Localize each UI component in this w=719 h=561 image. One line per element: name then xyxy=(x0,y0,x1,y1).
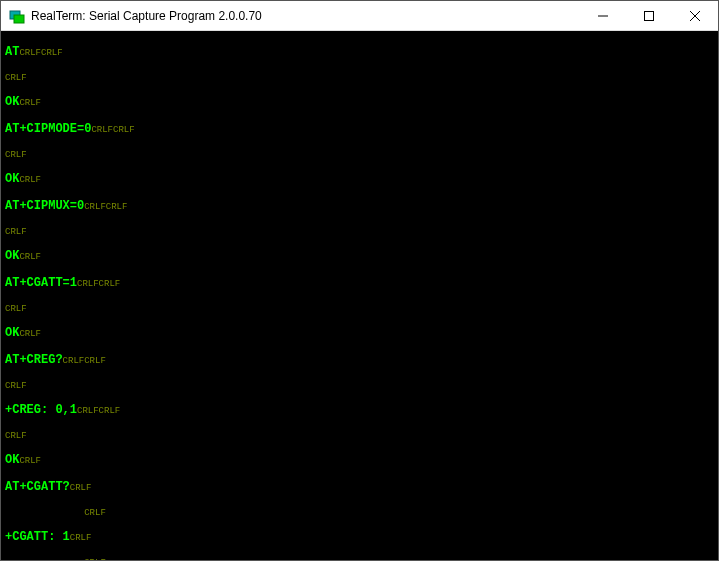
ok-resp: OK xyxy=(5,172,19,186)
crlf-marker: CRLF xyxy=(5,227,27,237)
crlf-marker: CRLF xyxy=(70,533,92,543)
close-icon xyxy=(690,11,700,21)
minimize-button[interactable] xyxy=(580,1,626,30)
svg-rect-3 xyxy=(645,11,654,20)
crlf-marker: CRLFCRLF xyxy=(91,125,134,135)
crlf-marker: CRLFCRLF xyxy=(19,48,62,58)
crlf-marker: CRLF xyxy=(5,304,27,314)
svg-rect-1 xyxy=(14,15,24,23)
crlf-marker: CRLF xyxy=(19,98,41,108)
crlf-marker: CRLF xyxy=(5,73,27,83)
maximize-button[interactable] xyxy=(626,1,672,30)
window-title: RealTerm: Serial Capture Program 2.0.0.7… xyxy=(31,9,580,23)
creg-cmd: AT+CREG? xyxy=(5,353,63,367)
at-cmd: AT xyxy=(5,45,19,59)
crlf-marker: CRLF xyxy=(19,329,41,339)
crlf-marker: CRLFCRLF xyxy=(77,279,120,289)
ok-resp: OK xyxy=(5,95,19,109)
ok-resp: OK xyxy=(5,453,19,467)
app-window: RealTerm: Serial Capture Program 2.0.0.7… xyxy=(0,0,719,561)
crlf-marker: CRLF xyxy=(19,456,41,466)
crlf-marker: CRLF xyxy=(70,483,92,493)
crlf-marker: CRLF xyxy=(84,558,106,560)
crlf-marker: CRLF xyxy=(19,252,41,262)
crlf-marker: CRLFCRLF xyxy=(84,202,127,212)
ok-resp: OK xyxy=(5,326,19,340)
window-controls xyxy=(580,1,718,30)
creg-resp: +CREG: 0,1 xyxy=(5,403,77,417)
cipmode-cmd: AT+CIPMODE=0 xyxy=(5,122,91,136)
cgatt-cmd: AT+CGATT=1 xyxy=(5,276,77,290)
crlf-marker: CRLF xyxy=(5,381,27,391)
cgattq-cmd: AT+CGATT? xyxy=(5,480,70,494)
terminal-output[interactable]: ATCRLFCRLF CRLF OKCRLF AT+CIPMODE=0CRLFC… xyxy=(1,31,718,560)
minimize-icon xyxy=(598,11,608,21)
maximize-icon xyxy=(644,11,654,21)
app-icon xyxy=(9,8,25,24)
crlf-marker: CRLF xyxy=(5,150,27,160)
cipmux-cmd: AT+CIPMUX=0 xyxy=(5,199,84,213)
crlf-marker: CRLF xyxy=(5,431,27,441)
titlebar[interactable]: RealTerm: Serial Capture Program 2.0.0.7… xyxy=(1,1,718,31)
ok-resp: OK xyxy=(5,249,19,263)
crlf-marker: CRLF xyxy=(19,175,41,185)
crlf-marker: CRLF xyxy=(84,508,106,518)
close-button[interactable] xyxy=(672,1,718,30)
crlf-marker: CRLFCRLF xyxy=(63,356,106,366)
crlf-marker: CRLFCRLF xyxy=(77,406,120,416)
cgatt-resp: +CGATT: 1 xyxy=(5,530,70,544)
